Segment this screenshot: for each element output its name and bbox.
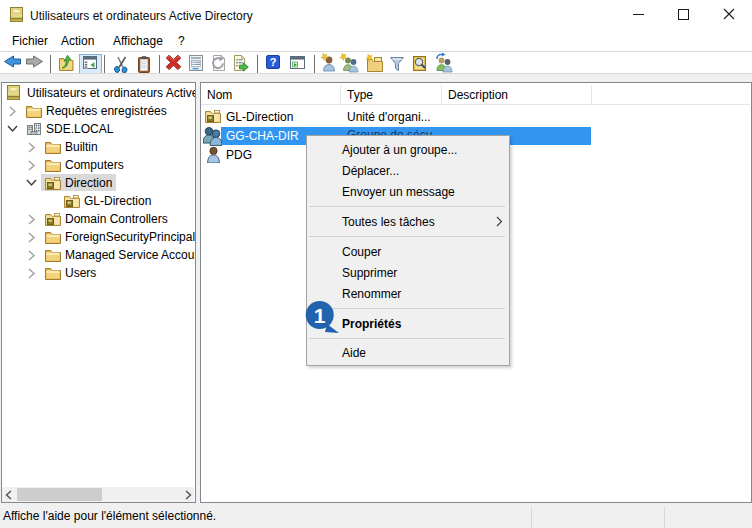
svg-text:1: 1 bbox=[314, 304, 326, 327]
svg-text:?: ? bbox=[270, 56, 277, 68]
